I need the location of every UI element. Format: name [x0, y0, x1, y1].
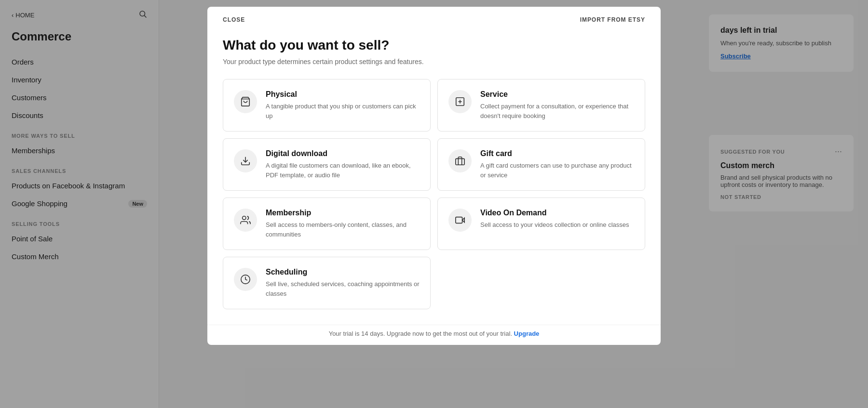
giftcard-icon-wrap: [448, 149, 472, 172]
video-icon-wrap: [448, 209, 472, 232]
scheduling-icon-wrap: [234, 268, 257, 291]
product-card-scheduling[interactable]: Scheduling Sell live, scheduled services…: [223, 257, 431, 309]
membership-title: Membership: [266, 209, 420, 217]
service-desc: Collect payment for a consultation, or e…: [480, 102, 634, 120]
membership-icon-wrap: [234, 209, 257, 232]
svg-rect-5: [456, 158, 464, 165]
modal: CLOSE IMPORT FROM ETSY What do you want …: [207, 7, 661, 345]
service-icon: [455, 96, 465, 107]
physical-desc: A tangible product that you ship or cust…: [266, 102, 420, 120]
gift-card-desc: A gift card customers can use to purchas…: [480, 161, 634, 180]
video-on-demand-desc: Sell access to your videos collection or…: [480, 220, 629, 230]
modal-close-button[interactable]: CLOSE: [223, 16, 245, 23]
footer-upgrade-link[interactable]: Upgrade: [514, 330, 540, 337]
footer-text: Your trial is 14 days. Upgrade now to ge…: [329, 330, 514, 337]
gift-card-content: Gift card A gift card customers can use …: [480, 149, 634, 180]
product-card-physical[interactable]: Physical A tangible product that you shi…: [223, 79, 431, 132]
product-card-gift-card[interactable]: Gift card A gift card customers can use …: [437, 138, 645, 191]
service-content: Service Collect payment for a consultati…: [480, 90, 634, 120]
membership-content: Membership Sell access to members-only c…: [266, 209, 420, 239]
physical-title: Physical: [266, 90, 420, 99]
physical-content: Physical A tangible product that you shi…: [266, 90, 420, 120]
modal-subtitle: Your product type determines certain pro…: [223, 58, 645, 66]
product-grid: Physical A tangible product that you shi…: [223, 79, 645, 309]
modal-title: What do you want to sell?: [223, 38, 645, 53]
modal-footer: Your trial is 14 days. Upgrade now to ge…: [207, 325, 661, 345]
product-card-service[interactable]: Service Collect payment for a consultati…: [437, 79, 645, 132]
modal-header: CLOSE IMPORT FROM ETSY: [207, 7, 661, 33]
membership-desc: Sell access to members-only content, cla…: [266, 220, 420, 239]
scheduling-title: Scheduling: [266, 268, 420, 276]
digital-download-desc: A digital file customers can download, l…: [266, 161, 420, 180]
video-icon: [455, 215, 465, 225]
scheduling-desc: Sell live, scheduled services, coaching …: [266, 279, 420, 298]
membership-icon: [240, 215, 251, 225]
service-icon-wrap: [448, 90, 472, 113]
svg-point-6: [243, 216, 246, 220]
gift-card-title: Gift card: [480, 149, 634, 158]
video-on-demand-content: Video On Demand Sell access to your vide…: [480, 209, 629, 230]
physical-icon-wrap: [234, 90, 257, 113]
cart-icon: [240, 96, 251, 107]
modal-overlay: CLOSE IMPORT FROM ETSY What do you want …: [0, 0, 868, 408]
svg-rect-7: [456, 217, 462, 224]
modal-import-button[interactable]: IMPORT FROM ETSY: [580, 16, 645, 23]
giftcard-icon: [455, 156, 465, 166]
service-title: Service: [480, 90, 634, 99]
modal-body: What do you want to sell? Your product t…: [207, 33, 661, 325]
digital-download-content: Digital download A digital file customer…: [266, 149, 420, 180]
scheduling-content: Scheduling Sell live, scheduled services…: [266, 268, 420, 298]
scheduling-icon: [240, 274, 251, 285]
video-on-demand-title: Video On Demand: [480, 209, 629, 217]
product-card-membership[interactable]: Membership Sell access to members-only c…: [223, 197, 431, 250]
download-icon: [240, 156, 251, 166]
download-icon-wrap: [234, 149, 257, 172]
product-card-digital-download[interactable]: Digital download A digital file customer…: [223, 138, 431, 191]
digital-download-title: Digital download: [266, 149, 420, 158]
product-card-video-on-demand[interactable]: Video On Demand Sell access to your vide…: [437, 197, 645, 250]
